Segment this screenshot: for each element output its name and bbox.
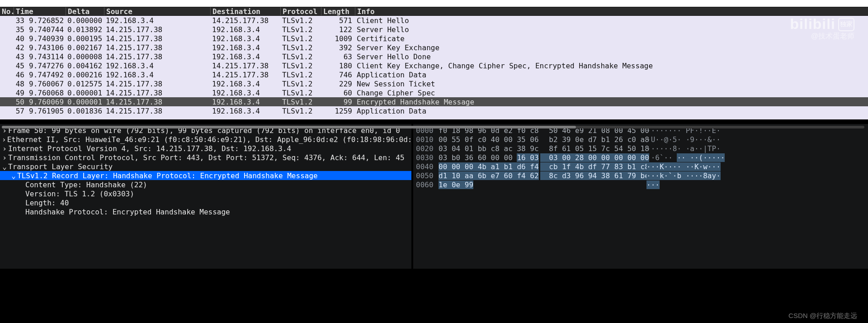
chevron-down-icon: ⌄ [11,171,16,180]
tree-ip[interactable]: ›Internet Protocol Version 4, Src: 14.21… [0,144,411,153]
packet-row[interactable]: 509.7600690.00000114.215.177.38192.168.3… [0,97,868,106]
chevron-down-icon: ⌄ [2,162,7,171]
h-scrollbar-thumb[interactable] [2,126,576,128]
hdr-info[interactable]: Info [355,7,868,15]
packet-row[interactable]: 469.7474920.000216192.168.3.414.215.177.… [0,70,868,79]
hdr-protocol[interactable]: Protocol [280,7,321,15]
packet-row[interactable]: 579.7619050.00183614.215.177.38192.168.3… [0,106,868,115]
packet-rows: 339.7268520.000000192.168.3.414.215.177.… [0,16,868,115]
hex-row[interactable]: 00601e 0e 99··· [413,180,868,189]
chevron-right-icon: › [2,144,7,153]
packet-row[interactable]: 409.7409390.00019514.215.177.38192.168.3… [0,34,868,43]
tree-handshake-protocol[interactable]: Handshake Protocol: Encrypted Handshake … [0,207,411,216]
tree-ethernet[interactable]: ›Ethernet II, Src: HuaweiTe_46:e9:21 (f0… [0,135,411,144]
packet-row[interactable]: 499.7600680.00000114.215.177.38192.168.3… [0,88,868,97]
packet-row[interactable]: 429.7431060.00216714.215.177.38192.168.3… [0,43,868,52]
filter-bar[interactable] [0,0,868,7]
pane-divider[interactable] [0,119,868,124]
packet-row[interactable]: 359.7407440.01389214.215.177.38192.168.3… [0,25,868,34]
hdr-length[interactable]: Length [321,7,355,15]
hdr-no[interactable]: No. [0,7,14,15]
packet-row[interactable]: 439.7431140.00000814.215.177.38192.168.3… [0,52,868,61]
tree-version[interactable]: Version: TLS 1.2 (0x0303) [0,189,411,198]
packet-row[interactable]: 489.7600670.01257514.215.177.38192.168.3… [0,79,868,88]
h-scrollbar[interactable] [2,126,864,128]
chevron-right-icon: › [2,153,7,162]
tree-tls[interactable]: ⌄Transport Layer Security [0,162,411,171]
hex-dump-pane[interactable]: 0000f0 18 98 96 0d e2 f0 c8 50 46 e9 21 … [411,124,868,269]
packet-row[interactable]: 459.7472760.004162192.168.3.414.215.177.… [0,61,868,70]
packet-list-pane: No. Time Delta Source Destination Protoc… [0,0,868,119]
packet-details-pane: ›Frame 50: 99 bytes on wire (792 bits), … [0,124,411,269]
hdr-destination[interactable]: Destination [210,7,280,15]
csdn-watermark: CSDN @行稳方能走远 [0,305,868,323]
hdr-delta[interactable]: Delta [66,7,104,15]
hex-row[interactable]: 004000 00 00 4b a1 b1 d6 f4 cb 1f 4b df … [413,162,868,171]
bilibili-watermark: bilibili独家 @技术蛋老师 [790,16,854,41]
tree-length[interactable]: Length: 40 [0,198,411,207]
chevron-right-icon: › [2,135,6,144]
hex-row[interactable]: 001000 55 0f c0 40 00 35 06 b2 39 0e d7 … [413,135,868,144]
hex-row[interactable]: 002003 04 01 bb c8 ac 38 9c 8f 61 05 15 … [413,144,868,153]
packet-row[interactable]: 339.7268520.000000192.168.3.414.215.177.… [0,16,868,25]
tree-tls-record[interactable]: ⌄TLSv1.2 Record Layer: Handshake Protoco… [0,171,411,180]
hex-row[interactable]: 0050d1 10 aa 6b e7 60 f4 62 8c d3 96 94 … [413,171,868,180]
packet-headers[interactable]: No. Time Delta Source Destination Protoc… [0,7,868,16]
tree-content-type[interactable]: Content Type: Handshake (22) [0,180,411,189]
hdr-source[interactable]: Source [104,7,210,15]
hdr-time[interactable]: Time [14,7,66,15]
tree-tcp[interactable]: ›Transmission Control Protocol, Src Port… [0,153,411,162]
hex-row[interactable]: 003003 b0 36 60 00 00 16 03 03 00 28 00 … [413,153,868,162]
